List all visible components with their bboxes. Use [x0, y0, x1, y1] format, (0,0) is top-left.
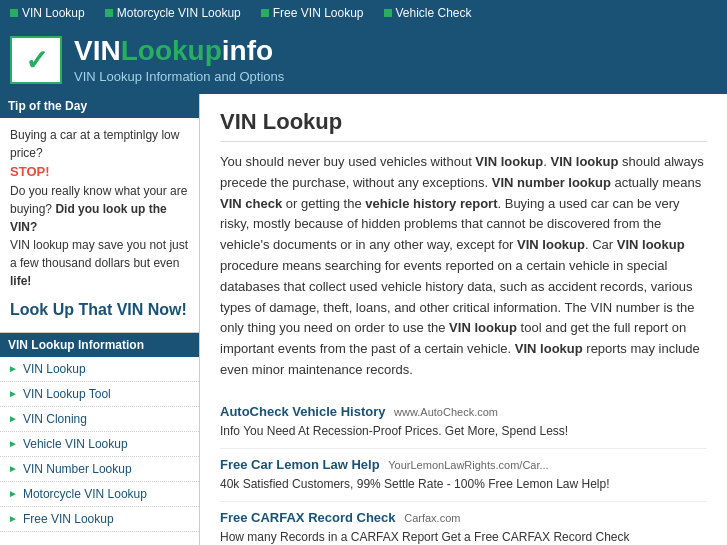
top-navigation: VIN Lookup Motorcycle VIN Lookup Free VI… [0, 0, 727, 26]
sidebar-nav-item[interactable]: ►Vehicle VIN Lookup [0, 432, 199, 457]
nav-bullet-icon [384, 9, 392, 17]
site-title-vin: VIN [74, 35, 121, 66]
ad-block: AutoCheck Vehicle History www.AutoCheck.… [220, 396, 707, 449]
sidebar: Tip of the Day Buying a car at a temptin… [0, 94, 200, 545]
ad-url: www.AutoCheck.com [394, 406, 498, 418]
nav-arrow-icon: ► [8, 488, 18, 499]
site-title: VINLookupinfo [74, 36, 284, 67]
nav-arrow-icon: ► [8, 363, 18, 374]
nav-arrow-icon: ► [8, 388, 18, 399]
tip-content: Buying a car at a temptinlgy low price? … [0, 118, 199, 333]
ad-description: 40k Satisfied Customers, 99% Settle Rate… [220, 475, 707, 493]
topnav-vin-lookup[interactable]: VIN Lookup [10, 6, 85, 20]
sidebar-nav-item[interactable]: ►VIN Lookup [0, 357, 199, 382]
site-header: ✓ VINLookupinfo VIN Lookup Information a… [0, 26, 727, 94]
site-title-info: info [222, 35, 273, 66]
tip-title: Tip of the Day [8, 99, 191, 113]
ad-title[interactable]: AutoCheck Vehicle History www.AutoCheck.… [220, 404, 707, 419]
site-title-lookup: Lookup [121, 35, 222, 66]
ad-url: YourLemonLawRights.com/Car... [388, 459, 548, 471]
ad-title[interactable]: Free Car Lemon Law Help YourLemonLawRigh… [220, 457, 707, 472]
topnav-moto-vin-lookup[interactable]: Motorcycle VIN Lookup [105, 6, 241, 20]
tip-line1: Buying a car at a temptinlgy low price? [10, 126, 189, 162]
header-text: VINLookupinfo VIN Lookup Information and… [74, 36, 284, 84]
nav-arrow-icon: ► [8, 463, 18, 474]
ad-description: How many Records in a CARFAX Report Get … [220, 528, 707, 545]
ad-title[interactable]: Free CARFAX Record Check Carfax.com [220, 510, 707, 525]
nav-bullet-icon [10, 9, 18, 17]
sidebar-nav-list: ►VIN Lookup►VIN Lookup Tool►VIN Cloning►… [0, 357, 199, 532]
tip-life: life! [10, 274, 31, 288]
ad-block: Free CARFAX Record Check Carfax.com How … [220, 502, 707, 545]
tip-stop-text: STOP! [10, 164, 50, 179]
tip-section-header: Tip of the Day [0, 94, 199, 118]
topnav-free-vin-lookup[interactable]: Free VIN Lookup [261, 6, 364, 20]
tip-line2: Do you really know what your are buying?… [10, 182, 189, 236]
content-title: VIN Lookup [220, 109, 707, 142]
nav-section-header: VIN Lookup Information [0, 333, 199, 357]
nav-arrow-icon: ► [8, 438, 18, 449]
main-content: VIN Lookup You should never buy used veh… [200, 94, 727, 545]
content-intro: You should never buy used vehicles witho… [220, 152, 707, 381]
sidebar-nav-item[interactable]: ►VIN Number Lookup [0, 457, 199, 482]
tip-line3: VIN lookup may save you not just a few t… [10, 236, 189, 290]
nav-arrow-icon: ► [8, 413, 18, 424]
sidebar-nav-item[interactable]: ►VIN Cloning [0, 407, 199, 432]
ads-container: AutoCheck Vehicle History www.AutoCheck.… [220, 396, 707, 545]
ad-description: Info You Need At Recession-Proof Prices.… [220, 422, 707, 440]
ad-url: Carfax.com [404, 512, 460, 524]
nav-arrow-icon: ► [8, 513, 18, 524]
main-layout: Tip of the Day Buying a car at a temptin… [0, 94, 727, 545]
logo-box: ✓ [10, 36, 62, 84]
sidebar-nav-item[interactable]: ►Motorcycle VIN Lookup [0, 482, 199, 507]
sidebar-nav-item[interactable]: ►Free VIN Lookup [0, 507, 199, 532]
nav-bullet-icon [105, 9, 113, 17]
sidebar-nav-item[interactable]: ►VIN Lookup Tool [0, 382, 199, 407]
nav-section-title: VIN Lookup Information [8, 338, 191, 352]
checkmark-icon: ✓ [25, 44, 48, 77]
topnav-vehicle-check[interactable]: Vehicle Check [384, 6, 472, 20]
nav-bullet-icon [261, 9, 269, 17]
lookup-vin-link[interactable]: Look Up That VIN Now! [10, 298, 189, 322]
site-tagline: VIN Lookup Information and Options [74, 69, 284, 84]
ad-block: Free Car Lemon Law Help YourLemonLawRigh… [220, 449, 707, 502]
